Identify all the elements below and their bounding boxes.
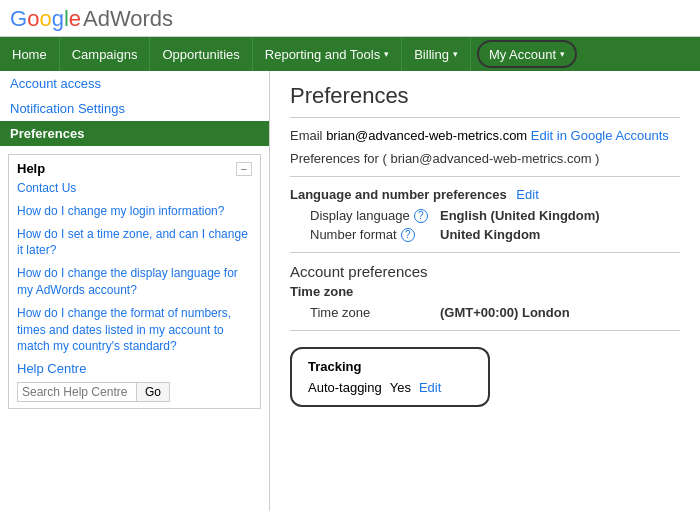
timezone-value: (GMT+00:00) London: [440, 305, 570, 320]
logo-e: e: [69, 6, 81, 31]
help-title: Help: [17, 161, 45, 176]
search-help-container: Go: [17, 382, 252, 402]
logo-o2: o: [39, 6, 51, 31]
adwords-logo-text: AdWords: [83, 6, 173, 32]
number-format-row: Number format ? United Kingdom: [290, 227, 680, 242]
number-format-label: Number format ?: [310, 227, 440, 242]
help-header: Help −: [17, 161, 252, 176]
sidebar-notification-settings[interactable]: Notification Settings: [0, 96, 269, 121]
help-section: Help − Contact Us How do I change my log…: [8, 154, 261, 409]
number-format-help-icon[interactable]: ?: [401, 228, 415, 242]
help-contact-us[interactable]: Contact Us: [17, 180, 252, 197]
header: Google AdWords: [0, 0, 700, 37]
nav-reporting[interactable]: Reporting and Tools ▾: [253, 37, 402, 71]
timezone-section-title: Time zone: [290, 284, 680, 299]
help-display-lang[interactable]: How do I change the display language for…: [17, 265, 252, 299]
display-language-row: Display language ? English (United Kingd…: [290, 208, 680, 223]
email-address: brian@advanced-web-metrics.com: [326, 128, 527, 143]
logo-o1: o: [27, 6, 39, 31]
auto-tagging-row: Auto-tagging Yes Edit: [308, 380, 472, 395]
divider-2: [290, 252, 680, 253]
nav-home[interactable]: Home: [0, 37, 60, 71]
help-centre-link[interactable]: Help Centre: [17, 361, 252, 376]
google-logo: Google: [10, 6, 81, 32]
timezone-row: Time zone (GMT+00:00) London: [290, 305, 680, 320]
help-collapse-button[interactable]: −: [236, 162, 252, 176]
auto-tagging-label: Auto-tagging: [308, 380, 382, 395]
myaccount-arrow-icon: ▾: [560, 49, 565, 59]
number-format-value: United Kingdom: [440, 227, 540, 242]
sidebar: Account access Notification Settings Pre…: [0, 71, 270, 511]
billing-arrow-icon: ▾: [453, 49, 458, 59]
divider-1: [290, 176, 680, 177]
search-help-button[interactable]: Go: [137, 382, 170, 402]
help-timezone[interactable]: How do I set a time zone, and can I chan…: [17, 226, 252, 260]
account-prefs-title: Account preferences: [290, 263, 680, 280]
preferences-for-row: Preferences for ( brian@advanced-web-met…: [290, 151, 680, 166]
tracking-box: Tracking Auto-tagging Yes Edit: [290, 347, 490, 407]
nav-opportunities[interactable]: Opportunities: [150, 37, 252, 71]
display-language-help-icon[interactable]: ?: [414, 209, 428, 223]
auto-tagging-value: Yes: [390, 380, 411, 395]
help-number-format[interactable]: How do I change the format of numbers, t…: [17, 305, 252, 355]
search-help-input[interactable]: [17, 382, 137, 402]
nav-campaigns[interactable]: Campaigns: [60, 37, 151, 71]
tracking-title: Tracking: [308, 359, 472, 374]
timezone-label: Time zone: [310, 305, 440, 320]
reporting-arrow-icon: ▾: [384, 49, 389, 59]
email-label: Email: [290, 128, 323, 143]
main-layout: Account access Notification Settings Pre…: [0, 71, 700, 511]
edit-google-accounts-link[interactable]: Edit in Google Accounts: [531, 128, 669, 143]
page-title: Preferences: [290, 83, 680, 118]
pref-for-email: brian@advanced-web-metrics.com: [390, 151, 591, 166]
pref-for-suffix: ): [592, 151, 600, 166]
navbar: Home Campaigns Opportunities Reporting a…: [0, 37, 700, 71]
logo-g2: g: [52, 6, 64, 31]
email-row: Email brian@advanced-web-metrics.com Edi…: [290, 128, 680, 143]
sidebar-account-access[interactable]: Account access: [0, 71, 269, 96]
logo-g: G: [10, 6, 27, 31]
divider-3: [290, 330, 680, 331]
language-edit-link[interactable]: Edit: [516, 187, 538, 202]
content-area: Preferences Email brian@advanced-web-met…: [270, 71, 700, 511]
display-language-value: English (United Kingdom): [440, 208, 600, 223]
language-section-title: Language and number preferences Edit: [290, 187, 680, 202]
help-login-info[interactable]: How do I change my login information?: [17, 203, 252, 220]
pref-for-prefix: Preferences for (: [290, 151, 390, 166]
auto-tagging-edit-link[interactable]: Edit: [419, 380, 441, 395]
sidebar-preferences-active[interactable]: Preferences: [0, 121, 269, 146]
display-language-label: Display language ?: [310, 208, 440, 223]
nav-myaccount[interactable]: My Account ▾: [477, 40, 577, 68]
nav-billing[interactable]: Billing ▾: [402, 37, 471, 71]
